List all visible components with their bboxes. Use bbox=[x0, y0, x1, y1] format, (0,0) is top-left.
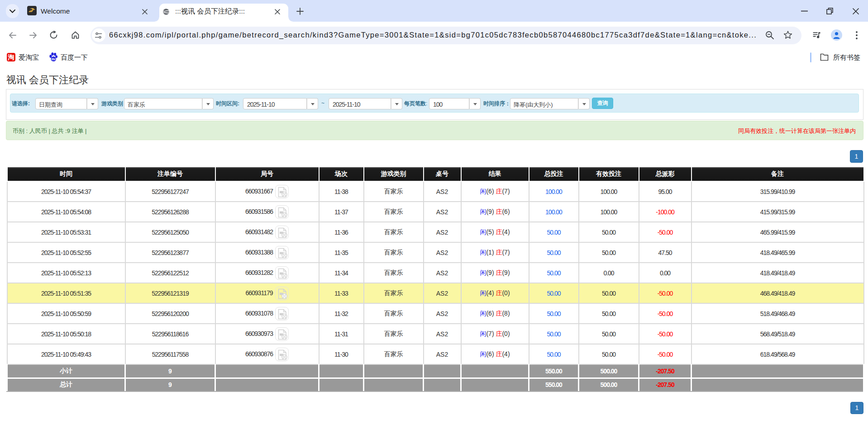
svg-text:du: du bbox=[52, 57, 56, 61]
